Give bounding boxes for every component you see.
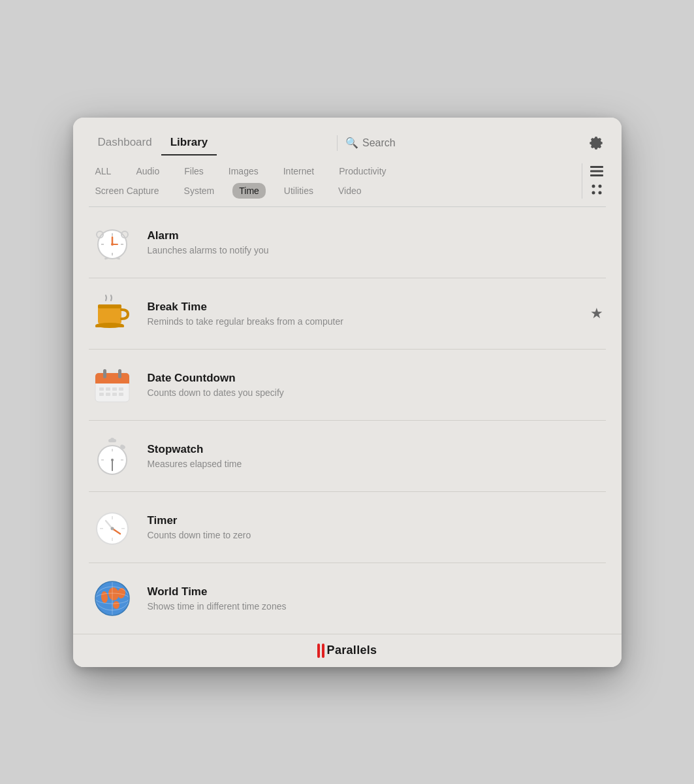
svg-rect-32 [119,387,123,391]
filter-all[interactable]: ALL [89,163,118,179]
stopwatch-name: Stopwatch [148,443,606,456]
world-time-name: World Time [148,585,606,598]
filter-files[interactable]: Files [178,163,210,179]
svg-point-61 [113,601,119,609]
world-time-info: World Time Shows time in different time … [148,585,606,612]
filter-utilities[interactable]: Utilities [277,183,320,199]
world-time-icon [89,575,136,622]
parallels-bars-icon [317,644,324,658]
svg-rect-38 [110,438,114,441]
svg-rect-30 [106,387,110,391]
filter-row-1: ALL Audio Files Images Internet Producti… [89,163,576,179]
app-item-world-time[interactable]: World Time Shows time in different time … [89,563,606,634]
filter-video[interactable]: Video [332,183,368,199]
filter-tags: ALL Audio Files Images Internet Producti… [89,163,576,199]
svg-point-5 [591,191,595,194]
svg-rect-0 [590,166,603,168]
nav-tabs: Dashboard Library [89,131,330,155]
svg-rect-31 [112,387,117,391]
svg-rect-33 [99,393,104,396]
svg-rect-23 [95,325,124,327]
app-item-stopwatch[interactable]: Stopwatch Measures elapsed time [89,421,606,492]
filter-system[interactable]: System [178,183,221,199]
break-time-icon [89,290,136,337]
tab-dashboard[interactable]: Dashboard [89,131,161,155]
svg-point-3 [591,184,595,188]
date-countdown-info: Date Countdown Counts down to dates you … [148,372,606,398]
date-countdown-desc: Counts down to dates you specify [148,387,606,398]
svg-rect-34 [106,393,110,396]
break-time-desc: Reminds to take regular breaks from a co… [148,316,606,327]
header-divider [337,135,338,151]
footer: Parallels [73,634,622,667]
break-time-star-button[interactable]: ★ [588,302,606,325]
parallels-bar-2 [322,644,324,658]
search-bar: 🔍 [345,137,586,149]
date-countdown-name: Date Countdown [148,372,606,385]
parallels-logo: Parallels [317,644,377,658]
list-view-button[interactable] [588,165,606,180]
search-icon: 🔍 [345,137,358,149]
filter-audio[interactable]: Audio [129,163,166,179]
svg-rect-1 [590,170,603,172]
svg-point-6 [598,191,601,194]
tab-library[interactable]: Library [161,131,217,155]
stopwatch-info: Stopwatch Measures elapsed time [148,443,606,469]
svg-rect-27 [103,369,106,378]
search-input[interactable] [362,137,586,149]
alarm-icon [89,219,136,266]
svg-point-56 [110,527,114,530]
timer-info: Timer Counts down time to zero [148,514,606,540]
app-item-date-countdown[interactable]: Date Countdown Counts down to dates you … [89,350,606,421]
header: Dashboard Library 🔍 [73,118,622,155]
break-time-info: Break Time Reminds to take regular break… [148,301,606,327]
stopwatch-icon [89,433,136,480]
parallels-brand-text: Parallels [327,644,377,657]
app-item-timer[interactable]: Timer Counts down time to zero [89,492,606,563]
alarm-desc: Launches alarms to notify you [148,245,606,255]
parallels-bar-1 [317,644,320,658]
alarm-info: Alarm Launches alarms to notify you [148,229,606,255]
settings-button[interactable] [586,133,606,153]
svg-rect-2 [590,174,603,176]
date-countdown-icon [89,361,136,408]
filter-productivity[interactable]: Productivity [332,163,392,179]
svg-rect-36 [119,393,123,396]
filter-internet[interactable]: Internet [277,163,321,179]
svg-point-4 [598,184,601,188]
svg-rect-29 [99,387,104,391]
svg-point-47 [111,459,114,461]
grid-view-button[interactable] [588,182,605,199]
svg-rect-21 [98,304,121,308]
view-buttons [588,163,606,199]
app-item-break-time[interactable]: Break Time Reminds to take regular break… [89,278,606,350]
app-item-alarm[interactable]: Alarm Launches alarms to notify you [89,207,606,278]
world-time-desc: Shows time in different time zones [148,601,606,612]
stopwatch-desc: Measures elapsed time [148,459,606,469]
break-time-name: Break Time [148,301,606,314]
alarm-name: Alarm [148,229,606,242]
app-list: Alarm Launches alarms to notify you [73,207,622,634]
svg-rect-28 [118,369,121,378]
filter-images[interactable]: Images [222,163,265,179]
svg-rect-35 [112,393,117,396]
filter-row-2: Screen Capture System Time Utilities Vid… [89,183,576,199]
filter-time[interactable]: Time [232,183,266,199]
filter-separator [582,163,582,199]
timer-icon [89,504,136,551]
filter-bar: ALL Audio Files Images Internet Producti… [73,155,622,199]
svg-point-15 [111,243,114,246]
timer-desc: Counts down time to zero [148,530,606,540]
svg-rect-26 [95,378,129,384]
filter-screen-capture[interactable]: Screen Capture [89,183,166,199]
timer-name: Timer [148,514,606,527]
app-window: Dashboard Library 🔍 ALL Audio Files Imag… [73,118,622,667]
